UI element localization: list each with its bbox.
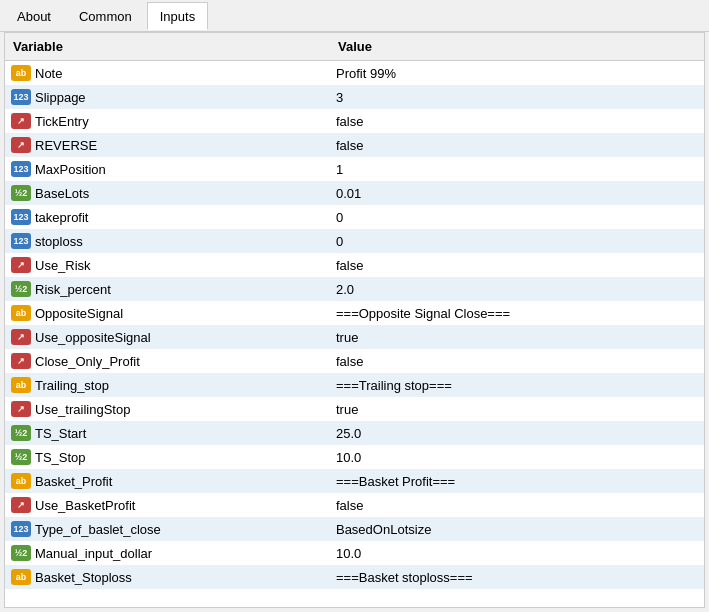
type-badge: 123 — [11, 233, 31, 249]
table-row[interactable]: ½2TS_Stop10.0 — [5, 445, 704, 469]
variable-name: Trailing_stop — [35, 378, 109, 393]
variable-name: Slippage — [35, 90, 86, 105]
value-cell: false — [330, 349, 704, 373]
variable-cell: 123Slippage — [5, 85, 330, 109]
table-row[interactable]: abNoteProfit 99% — [5, 61, 704, 86]
table-row[interactable]: 123stoploss0 — [5, 229, 704, 253]
value-cell: BasedOnLotsize — [330, 517, 704, 541]
type-badge: ↗ — [11, 353, 31, 369]
variable-cell: ↗REVERSE — [5, 133, 330, 157]
table-row[interactable]: 123Slippage3 — [5, 85, 704, 109]
value-cell: true — [330, 325, 704, 349]
table-row[interactable]: abOppositeSignal===Opposite Signal Close… — [5, 301, 704, 325]
table-row[interactable]: ½2Manual_input_dollar10.0 — [5, 541, 704, 565]
variable-name: TS_Stop — [35, 450, 86, 465]
variable-name: Use_BasketProfit — [35, 498, 135, 513]
type-badge: 123 — [11, 521, 31, 537]
value-cell: ===Basket stoploss=== — [330, 565, 704, 589]
variable-cell: ↗Use_trailingStop — [5, 397, 330, 421]
table-row[interactable]: ↗Use_trailingStoptrue — [5, 397, 704, 421]
inputs-table: Variable Value abNoteProfit 99%123Slippa… — [5, 33, 704, 589]
value-cell: false — [330, 493, 704, 517]
variable-cell: ½2TS_Stop — [5, 445, 330, 469]
table-row[interactable]: ↗Use_BasketProfitfalse — [5, 493, 704, 517]
variable-cell: 123takeprofit — [5, 205, 330, 229]
table-row[interactable]: ↗TickEntryfalse — [5, 109, 704, 133]
type-badge: 123 — [11, 89, 31, 105]
table-row[interactable]: abBasket_Profit===Basket Profit=== — [5, 469, 704, 493]
type-badge: ↗ — [11, 497, 31, 513]
value-cell: 1 — [330, 157, 704, 181]
variable-name: BaseLots — [35, 186, 89, 201]
value-cell: 25.0 — [330, 421, 704, 445]
table-row[interactable]: ↗Use_Riskfalse — [5, 253, 704, 277]
variable-cell: ½2BaseLots — [5, 181, 330, 205]
value-cell: ===Trailing stop=== — [330, 373, 704, 397]
table-row[interactable]: 123MaxPosition1 — [5, 157, 704, 181]
value-cell: 10.0 — [330, 541, 704, 565]
table-container[interactable]: Variable Value abNoteProfit 99%123Slippa… — [5, 33, 704, 607]
table-row[interactable]: ↗REVERSEfalse — [5, 133, 704, 157]
table-row[interactable]: ↗Close_Only_Profitfalse — [5, 349, 704, 373]
type-badge: ½2 — [11, 545, 31, 561]
value-cell: 2.0 — [330, 277, 704, 301]
type-badge: ½2 — [11, 281, 31, 297]
value-cell: true — [330, 397, 704, 421]
variable-name: OppositeSignal — [35, 306, 123, 321]
value-cell: ===Basket Profit=== — [330, 469, 704, 493]
variable-name: Basket_Profit — [35, 474, 112, 489]
type-badge: 123 — [11, 161, 31, 177]
col-value-header: Value — [330, 33, 704, 61]
variable-cell: 123Type_of_baslet_close — [5, 517, 330, 541]
variable-cell: abOppositeSignal — [5, 301, 330, 325]
table-row[interactable]: 123Type_of_baslet_closeBasedOnLotsize — [5, 517, 704, 541]
value-cell: ===Opposite Signal Close=== — [330, 301, 704, 325]
type-badge: ab — [11, 569, 31, 585]
variable-name: TS_Start — [35, 426, 86, 441]
type-badge: ab — [11, 65, 31, 81]
variable-name: Use_Risk — [35, 258, 91, 273]
value-cell: 0.01 — [330, 181, 704, 205]
variable-name: Close_Only_Profit — [35, 354, 140, 369]
tab-inputs[interactable]: Inputs — [147, 2, 208, 30]
type-badge: ↗ — [11, 137, 31, 153]
variable-cell: ½2Manual_input_dollar — [5, 541, 330, 565]
variable-cell: ↗Use_oppositeSignal — [5, 325, 330, 349]
type-badge: ↗ — [11, 329, 31, 345]
variable-name: MaxPosition — [35, 162, 106, 177]
variable-cell: ↗Close_Only_Profit — [5, 349, 330, 373]
table-row[interactable]: ↗Use_oppositeSignaltrue — [5, 325, 704, 349]
tab-about[interactable]: About — [4, 2, 64, 30]
variable-name: Type_of_baslet_close — [35, 522, 161, 537]
value-cell: false — [330, 109, 704, 133]
type-badge: ab — [11, 377, 31, 393]
value-cell: 0 — [330, 205, 704, 229]
table-row[interactable]: 123takeprofit0 — [5, 205, 704, 229]
variable-name: Manual_input_dollar — [35, 546, 152, 561]
variable-cell: ↗TickEntry — [5, 109, 330, 133]
variable-name: Risk_percent — [35, 282, 111, 297]
variable-name: Use_trailingStop — [35, 402, 130, 417]
table-row[interactable]: abTrailing_stop===Trailing stop=== — [5, 373, 704, 397]
tab-common[interactable]: Common — [66, 2, 145, 30]
type-badge: ↗ — [11, 401, 31, 417]
value-cell: Profit 99% — [330, 61, 704, 86]
table-row[interactable]: ½2TS_Start25.0 — [5, 421, 704, 445]
type-badge: ab — [11, 305, 31, 321]
type-badge: ½2 — [11, 449, 31, 465]
value-cell: 3 — [330, 85, 704, 109]
table-row[interactable]: ½2Risk_percent2.0 — [5, 277, 704, 301]
value-cell: 10.0 — [330, 445, 704, 469]
variable-name: stoploss — [35, 234, 83, 249]
table-row[interactable]: ½2BaseLots0.01 — [5, 181, 704, 205]
variable-cell: abBasket_Stoploss — [5, 565, 330, 589]
variable-name: REVERSE — [35, 138, 97, 153]
variable-cell: ½2TS_Start — [5, 421, 330, 445]
table-row[interactable]: abBasket_Stoploss===Basket stoploss=== — [5, 565, 704, 589]
type-badge: ½2 — [11, 425, 31, 441]
variable-cell: ↗Use_Risk — [5, 253, 330, 277]
main-panel: Variable Value abNoteProfit 99%123Slippa… — [4, 32, 705, 608]
variable-name: Basket_Stoploss — [35, 570, 132, 585]
variable-name: Note — [35, 66, 62, 81]
type-badge: ↗ — [11, 257, 31, 273]
